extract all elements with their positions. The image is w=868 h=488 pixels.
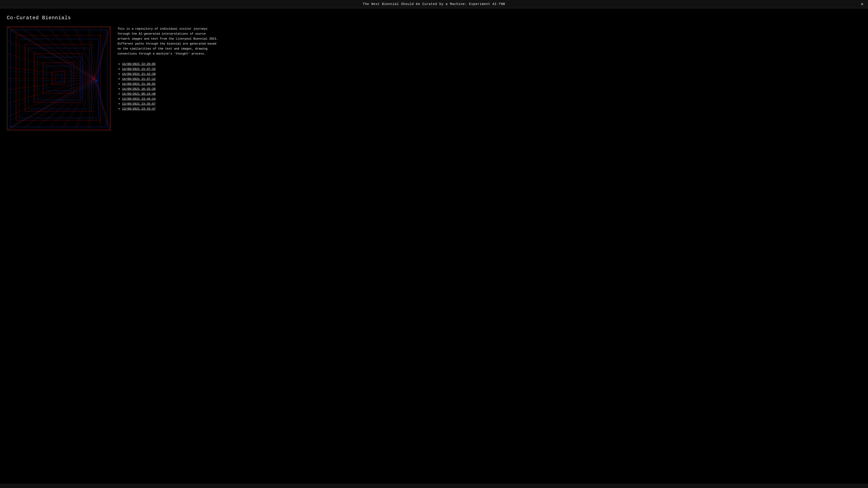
svg-line-16 <box>74 27 95 79</box>
journey-link[interactable]: 14/09/2021 00:24:40 <box>122 92 156 96</box>
list-item: 13/09/2021 23:33:47 <box>122 107 219 111</box>
svg-line-50 <box>51 30 97 81</box>
journey-link[interactable]: 13/09/2021 23:44:24 <box>122 97 156 101</box>
journey-link[interactable]: 14/09/2021 21:47:32 <box>122 67 156 71</box>
svg-line-20 <box>34 79 95 130</box>
list-item: 14/09/2021 00:24:40 <box>122 92 219 96</box>
svg-line-4 <box>95 79 110 130</box>
svg-line-45 <box>10 81 97 93</box>
svg-rect-28 <box>34 54 83 102</box>
journey-link[interactable]: 14/09/2021 21:42:39 <box>122 72 156 76</box>
svg-line-15 <box>61 27 95 79</box>
svg-line-5 <box>7 40 95 79</box>
journey-link[interactable]: 14/09/2021 16:32:28 <box>122 87 156 91</box>
footer-bar <box>0 484 868 488</box>
journey-link[interactable]: 13/09/2021 23:35:07 <box>122 102 156 105</box>
description-text: This is a repository of individual visit… <box>118 27 219 57</box>
list-item: 13/09/2021 23:44:24 <box>122 97 219 101</box>
svg-line-23 <box>74 79 95 130</box>
svg-line-35 <box>97 81 107 127</box>
journey-link[interactable]: 14/09/2021 21:36:01 <box>122 82 156 86</box>
svg-line-17 <box>88 27 95 79</box>
journey-link[interactable]: 14/09/2021 21:37:12 <box>122 77 156 81</box>
journeys-list: 14/09/2021 22:20:0514/09/2021 21:47:3214… <box>118 62 219 111</box>
content-area: This is a repository of individual visit… <box>7 27 219 130</box>
list-item: 13/09/2021 23:35:07 <box>122 102 219 105</box>
main-content: Co-Curated Biennials <box>0 8 226 137</box>
list-item: 14/09/2021 21:36:01 <box>122 82 219 86</box>
right-panel: This is a repository of individual visit… <box>118 27 219 112</box>
svg-rect-30 <box>52 72 65 84</box>
svg-line-24 <box>88 79 95 130</box>
header-bar: The Next Biennial Should be Curated by a… <box>0 0 868 8</box>
svg-line-1 <box>7 27 95 79</box>
svg-line-2 <box>7 79 95 130</box>
page-heading: Co-Curated Biennials <box>7 15 219 21</box>
svg-line-19 <box>21 79 95 130</box>
svg-rect-29 <box>43 63 73 93</box>
svg-line-3 <box>95 27 110 79</box>
journey-link[interactable]: 13/09/2021 23:33:47 <box>122 107 156 111</box>
svg-line-55 <box>24 81 97 127</box>
svg-line-9 <box>7 79 95 90</box>
svg-line-11 <box>7 79 95 117</box>
svg-line-22 <box>61 79 95 130</box>
svg-line-48 <box>24 30 97 81</box>
svg-line-13 <box>34 27 95 79</box>
list-item: 14/09/2021 16:32:28 <box>122 87 219 91</box>
tunnel-svg <box>7 27 111 130</box>
close-button[interactable]: × <box>861 2 864 6</box>
list-item: 14/09/2021 21:37:12 <box>122 77 219 81</box>
svg-rect-26 <box>16 36 101 120</box>
list-item: 14/09/2021 22:20:05 <box>122 62 219 66</box>
journey-link[interactable]: 14/09/2021 22:20:05 <box>122 62 156 66</box>
svg-line-34 <box>97 30 107 81</box>
header-title: The Next Biennial Should be Curated by a… <box>363 2 505 6</box>
svg-line-7 <box>7 67 95 79</box>
list-item: 14/09/2021 21:42:39 <box>122 72 219 76</box>
list-item: 14/09/2021 21:47:32 <box>122 67 219 71</box>
svg-line-12 <box>21 27 95 79</box>
tunnel-image <box>7 27 111 130</box>
